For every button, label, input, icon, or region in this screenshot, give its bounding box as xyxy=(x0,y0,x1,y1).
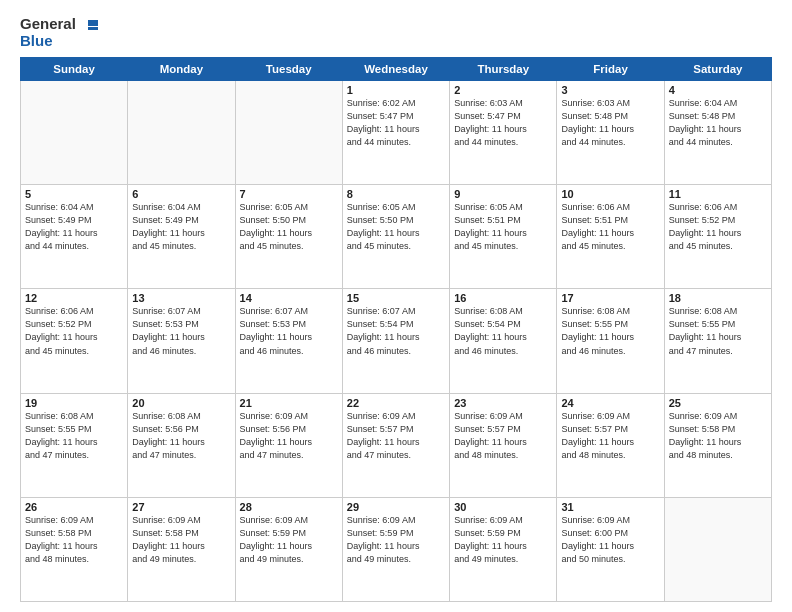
day-info: Sunrise: 6:05 AM Sunset: 5:50 PM Dayligh… xyxy=(240,201,338,253)
page: General Blue SundayMondayTuesdayWednesda… xyxy=(0,0,792,612)
calendar-cell: 6Sunrise: 6:04 AM Sunset: 5:49 PM Daylig… xyxy=(128,185,235,289)
day-number: 28 xyxy=(240,501,338,513)
day-number: 10 xyxy=(561,188,659,200)
day-number: 19 xyxy=(25,397,123,409)
calendar-cell: 8Sunrise: 6:05 AM Sunset: 5:50 PM Daylig… xyxy=(342,185,449,289)
day-info: Sunrise: 6:05 AM Sunset: 5:51 PM Dayligh… xyxy=(454,201,552,253)
calendar-weekday-saturday: Saturday xyxy=(664,58,771,81)
calendar-week-5: 26Sunrise: 6:09 AM Sunset: 5:58 PM Dayli… xyxy=(21,497,772,601)
day-info: Sunrise: 6:08 AM Sunset: 5:56 PM Dayligh… xyxy=(132,410,230,462)
calendar-cell: 31Sunrise: 6:09 AM Sunset: 6:00 PM Dayli… xyxy=(557,497,664,601)
day-info: Sunrise: 6:09 AM Sunset: 5:59 PM Dayligh… xyxy=(240,514,338,566)
calendar-cell xyxy=(128,81,235,185)
day-number: 14 xyxy=(240,292,338,304)
calendar-cell: 18Sunrise: 6:08 AM Sunset: 5:55 PM Dayli… xyxy=(664,289,771,393)
calendar-cell: 21Sunrise: 6:09 AM Sunset: 5:56 PM Dayli… xyxy=(235,393,342,497)
calendar-cell: 14Sunrise: 6:07 AM Sunset: 5:53 PM Dayli… xyxy=(235,289,342,393)
calendar-cell: 12Sunrise: 6:06 AM Sunset: 5:52 PM Dayli… xyxy=(21,289,128,393)
calendar-weekday-tuesday: Tuesday xyxy=(235,58,342,81)
day-number: 25 xyxy=(669,397,767,409)
svg-marker-1 xyxy=(88,20,98,26)
day-number: 6 xyxy=(132,188,230,200)
calendar-week-4: 19Sunrise: 6:08 AM Sunset: 5:55 PM Dayli… xyxy=(21,393,772,497)
day-number: 29 xyxy=(347,501,445,513)
calendar-cell: 2Sunrise: 6:03 AM Sunset: 5:47 PM Daylig… xyxy=(450,81,557,185)
calendar-cell: 28Sunrise: 6:09 AM Sunset: 5:59 PM Dayli… xyxy=(235,497,342,601)
day-number: 12 xyxy=(25,292,123,304)
calendar-weekday-wednesday: Wednesday xyxy=(342,58,449,81)
day-number: 21 xyxy=(240,397,338,409)
calendar-weekday-sunday: Sunday xyxy=(21,58,128,81)
day-number: 27 xyxy=(132,501,230,513)
day-number: 26 xyxy=(25,501,123,513)
calendar-header-row: SundayMondayTuesdayWednesdayThursdayFrid… xyxy=(21,58,772,81)
calendar-week-2: 5Sunrise: 6:04 AM Sunset: 5:49 PM Daylig… xyxy=(21,185,772,289)
day-info: Sunrise: 6:08 AM Sunset: 5:55 PM Dayligh… xyxy=(669,305,767,357)
calendar-cell: 4Sunrise: 6:04 AM Sunset: 5:48 PM Daylig… xyxy=(664,81,771,185)
calendar-cell: 26Sunrise: 6:09 AM Sunset: 5:58 PM Dayli… xyxy=(21,497,128,601)
day-info: Sunrise: 6:04 AM Sunset: 5:49 PM Dayligh… xyxy=(132,201,230,253)
calendar-week-3: 12Sunrise: 6:06 AM Sunset: 5:52 PM Dayli… xyxy=(21,289,772,393)
day-info: Sunrise: 6:06 AM Sunset: 5:52 PM Dayligh… xyxy=(25,305,123,357)
day-number: 15 xyxy=(347,292,445,304)
day-info: Sunrise: 6:09 AM Sunset: 5:59 PM Dayligh… xyxy=(347,514,445,566)
day-number: 11 xyxy=(669,188,767,200)
header: General Blue xyxy=(20,16,772,49)
calendar-cell: 19Sunrise: 6:08 AM Sunset: 5:55 PM Dayli… xyxy=(21,393,128,497)
calendar-cell xyxy=(235,81,342,185)
calendar-cell: 15Sunrise: 6:07 AM Sunset: 5:54 PM Dayli… xyxy=(342,289,449,393)
day-info: Sunrise: 6:07 AM Sunset: 5:54 PM Dayligh… xyxy=(347,305,445,357)
calendar-cell: 17Sunrise: 6:08 AM Sunset: 5:55 PM Dayli… xyxy=(557,289,664,393)
day-info: Sunrise: 6:09 AM Sunset: 5:57 PM Dayligh… xyxy=(561,410,659,462)
day-info: Sunrise: 6:08 AM Sunset: 5:54 PM Dayligh… xyxy=(454,305,552,357)
day-info: Sunrise: 6:09 AM Sunset: 5:57 PM Dayligh… xyxy=(454,410,552,462)
logo: General Blue xyxy=(20,16,98,49)
calendar-cell: 29Sunrise: 6:09 AM Sunset: 5:59 PM Dayli… xyxy=(342,497,449,601)
day-info: Sunrise: 6:05 AM Sunset: 5:50 PM Dayligh… xyxy=(347,201,445,253)
calendar-week-1: 1Sunrise: 6:02 AM Sunset: 5:47 PM Daylig… xyxy=(21,81,772,185)
day-number: 16 xyxy=(454,292,552,304)
calendar-cell xyxy=(664,497,771,601)
day-number: 8 xyxy=(347,188,445,200)
day-number: 30 xyxy=(454,501,552,513)
day-info: Sunrise: 6:04 AM Sunset: 5:48 PM Dayligh… xyxy=(669,97,767,149)
calendar-cell: 9Sunrise: 6:05 AM Sunset: 5:51 PM Daylig… xyxy=(450,185,557,289)
calendar-weekday-thursday: Thursday xyxy=(450,58,557,81)
calendar-cell xyxy=(21,81,128,185)
day-info: Sunrise: 6:08 AM Sunset: 5:55 PM Dayligh… xyxy=(561,305,659,357)
day-number: 9 xyxy=(454,188,552,200)
day-info: Sunrise: 6:02 AM Sunset: 5:47 PM Dayligh… xyxy=(347,97,445,149)
day-number: 24 xyxy=(561,397,659,409)
day-number: 5 xyxy=(25,188,123,200)
day-info: Sunrise: 6:03 AM Sunset: 5:47 PM Dayligh… xyxy=(454,97,552,149)
logo-arrow-icon xyxy=(80,18,98,32)
calendar-weekday-friday: Friday xyxy=(557,58,664,81)
calendar-cell: 22Sunrise: 6:09 AM Sunset: 5:57 PM Dayli… xyxy=(342,393,449,497)
day-info: Sunrise: 6:06 AM Sunset: 5:52 PM Dayligh… xyxy=(669,201,767,253)
calendar-cell: 20Sunrise: 6:08 AM Sunset: 5:56 PM Dayli… xyxy=(128,393,235,497)
calendar-cell: 27Sunrise: 6:09 AM Sunset: 5:58 PM Dayli… xyxy=(128,497,235,601)
logo-blue: Blue xyxy=(20,33,98,50)
calendar-cell: 11Sunrise: 6:06 AM Sunset: 5:52 PM Dayli… xyxy=(664,185,771,289)
day-number: 1 xyxy=(347,84,445,96)
day-info: Sunrise: 6:09 AM Sunset: 5:57 PM Dayligh… xyxy=(347,410,445,462)
day-number: 3 xyxy=(561,84,659,96)
day-info: Sunrise: 6:08 AM Sunset: 5:55 PM Dayligh… xyxy=(25,410,123,462)
day-number: 31 xyxy=(561,501,659,513)
day-number: 22 xyxy=(347,397,445,409)
calendar-cell: 3Sunrise: 6:03 AM Sunset: 5:48 PM Daylig… xyxy=(557,81,664,185)
calendar-cell: 13Sunrise: 6:07 AM Sunset: 5:53 PM Dayli… xyxy=(128,289,235,393)
day-info: Sunrise: 6:07 AM Sunset: 5:53 PM Dayligh… xyxy=(132,305,230,357)
calendar-cell: 24Sunrise: 6:09 AM Sunset: 5:57 PM Dayli… xyxy=(557,393,664,497)
day-number: 20 xyxy=(132,397,230,409)
calendar-table: SundayMondayTuesdayWednesdayThursdayFrid… xyxy=(20,57,772,602)
day-info: Sunrise: 6:09 AM Sunset: 5:58 PM Dayligh… xyxy=(25,514,123,566)
calendar-weekday-monday: Monday xyxy=(128,58,235,81)
day-number: 7 xyxy=(240,188,338,200)
day-info: Sunrise: 6:03 AM Sunset: 5:48 PM Dayligh… xyxy=(561,97,659,149)
calendar-cell: 5Sunrise: 6:04 AM Sunset: 5:49 PM Daylig… xyxy=(21,185,128,289)
day-info: Sunrise: 6:09 AM Sunset: 5:56 PM Dayligh… xyxy=(240,410,338,462)
day-number: 4 xyxy=(669,84,767,96)
day-info: Sunrise: 6:09 AM Sunset: 6:00 PM Dayligh… xyxy=(561,514,659,566)
calendar-cell: 16Sunrise: 6:08 AM Sunset: 5:54 PM Dayli… xyxy=(450,289,557,393)
